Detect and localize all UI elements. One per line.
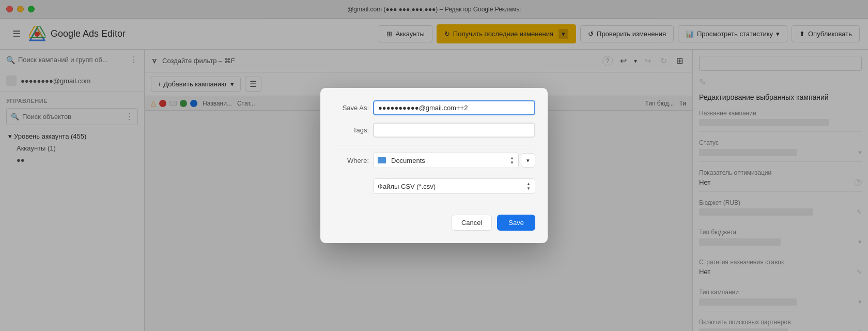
folder-icon — [378, 157, 386, 163]
save-as-label: Save As: — [333, 104, 369, 112]
file-type-label: Файлы CSV (*.csv) — [378, 183, 436, 190]
file-type-stepper-icon: ▲▼ — [526, 182, 531, 191]
tags-label: Tags: — [333, 126, 369, 134]
save-button[interactable]: Save — [497, 215, 535, 231]
where-stepper-icon: ▲▼ — [510, 156, 514, 165]
modal-divider — [333, 145, 535, 145]
where-select-wrapper: Documents ▲▼ ▾ — [373, 153, 535, 168]
where-row: Where: Documents ▲▼ ▾ — [333, 153, 535, 168]
file-type-select[interactable]: Файлы CSV (*.csv) ▲▼ — [373, 178, 535, 194]
where-value: Documents — [391, 157, 425, 164]
where-expand-button[interactable]: ▾ — [521, 153, 535, 168]
save-as-modal: Save As: Tags: Where: Documents ▲▼ ▾ — [320, 88, 548, 243]
cancel-button[interactable]: Cancel — [452, 215, 492, 231]
where-label: Where: — [333, 157, 369, 164]
tags-input[interactable] — [373, 123, 535, 138]
file-type-row: Файлы CSV (*.csv) ▲▼ — [333, 178, 535, 204]
tags-row: Tags: — [333, 123, 535, 138]
save-as-input[interactable] — [373, 100, 535, 115]
save-as-row: Save As: — [333, 100, 535, 115]
where-select[interactable]: Documents ▲▼ — [373, 153, 519, 168]
modal-overlay: Save As: Tags: Where: Documents ▲▼ ▾ — [0, 0, 868, 331]
modal-actions: Cancel Save — [333, 215, 535, 231]
